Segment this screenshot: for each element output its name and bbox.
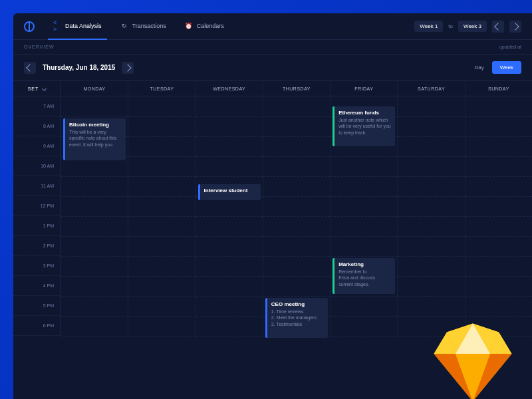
time-label: 7 AM — [13, 96, 61, 116]
view-toggle: Day Week — [466, 61, 521, 74]
day-column — [128, 96, 196, 336]
nav-items: < > Data Analysis ↻ Transactions ⏰ Calen… — [53, 22, 414, 31]
time-label: 9 AM — [13, 136, 61, 156]
event-title: CEO meeting — [271, 301, 324, 307]
date-nav: Thursday, Jun 18, 2015 — [24, 62, 134, 74]
time-label: 5 PM — [13, 296, 61, 316]
day-headers: MONDAYTUESDAYWEDNESDAYTHURSDAYFRIDAYSATU… — [61, 81, 532, 96]
day-column — [466, 96, 532, 336]
nav-label: Transactions — [132, 23, 166, 29]
view-week-button[interactable]: Week — [492, 61, 521, 74]
event-title: Ethereum funds — [338, 110, 391, 116]
nav-data-analysis[interactable]: < > Data Analysis — [53, 22, 102, 31]
nav-label: Calendars — [197, 23, 224, 29]
updated-label: updated at — [499, 45, 521, 49]
view-day-button[interactable]: Day — [466, 61, 491, 74]
event-title: Bitcoin meeting — [69, 122, 122, 128]
day-header: FRIDAY — [331, 81, 398, 96]
chevron-left-icon — [494, 23, 501, 30]
clock-icon: ⏰ — [185, 22, 193, 30]
logo — [24, 21, 35, 32]
time-label: 1 PM — [13, 216, 61, 236]
current-date: Thursday, Jun 18, 2015 — [43, 64, 115, 71]
day-header: WEDNESDAY — [196, 81, 263, 96]
time-label: 8 AM — [13, 116, 61, 136]
calendar-grid: 7 AM8 AM9 AM10 AM11 AM12 PM1 PM2 PM3 PM4… — [13, 96, 532, 336]
calendar-event[interactable]: Bitcoin meetingThis will be a very speci… — [63, 118, 126, 160]
time-label: 2 PM — [13, 236, 61, 256]
range-to[interactable]: Week 3 — [458, 21, 487, 32]
nav-calendars[interactable]: ⏰ Calendars — [185, 22, 224, 31]
range-prev-button[interactable] — [492, 21, 504, 33]
event-title: Interview student — [204, 188, 257, 194]
range-from[interactable]: Week 1 — [414, 21, 443, 32]
day-header: SUNDAY — [466, 81, 532, 96]
calendar-event[interactable]: MarketingRemember to Erica and discuss c… — [332, 258, 395, 294]
range-to-label: to — [448, 23, 453, 29]
days-grid: Bitcoin meetingThis will be a very speci… — [61, 96, 532, 336]
nav-transactions[interactable]: ↻ Transactions — [120, 22, 166, 31]
date-prev-button[interactable] — [24, 62, 36, 74]
date-next-button[interactable] — [122, 62, 134, 74]
time-label: 6 PM — [13, 316, 61, 336]
day-column: Ethereum fundsJust another note which wi… — [331, 96, 398, 336]
day-column: Bitcoin meetingThis will be a very speci… — [61, 96, 128, 336]
day-header: MONDAY — [61, 81, 128, 96]
set-label: SET — [28, 86, 39, 91]
datebar: Thursday, Jun 18, 2015 Day Week — [13, 55, 532, 80]
time-label: 3 PM — [13, 256, 61, 276]
event-note: 1. Time reviews 2. Meet the managers 3. … — [271, 309, 324, 327]
time-label: 10 AM — [13, 156, 61, 176]
day-column: CEO meeting1. Time reviews 2. Meet the m… — [263, 96, 331, 336]
sketch-icon — [430, 319, 516, 399]
event-title: Marketing — [338, 261, 391, 267]
code-icon: < > — [53, 22, 61, 30]
navbar: < > Data Analysis ↻ Transactions ⏰ Calen… — [13, 13, 532, 40]
time-label: 12 PM — [13, 196, 61, 216]
calendar-event[interactable]: Interview student — [198, 184, 261, 200]
day-header: SATURDAY — [398, 81, 465, 96]
event-note: Remember to Erica and discuss current st… — [338, 269, 391, 287]
subbar: OVERVIEW updated at — [13, 40, 532, 55]
week-range: Week 1 to Week 3 — [414, 21, 521, 33]
chevron-down-icon — [42, 86, 47, 90]
event-note: This will be a very specific note about … — [69, 129, 122, 148]
range-next-button[interactable] — [509, 21, 521, 33]
chevron-right-icon — [124, 64, 132, 71]
day-header: TUESDAY — [128, 81, 196, 96]
refresh-icon: ↻ — [120, 22, 128, 30]
nav-label: Data Analysis — [65, 23, 102, 29]
event-note: Just another note which will be very use… — [338, 117, 391, 136]
day-header: THURSDAY — [263, 81, 331, 96]
set-dropdown[interactable]: SET — [13, 81, 61, 96]
chevron-right-icon — [511, 23, 519, 30]
time-column: 7 AM8 AM9 AM10 AM11 AM12 PM1 PM2 PM3 PM4… — [13, 96, 61, 336]
calendar-header: SET MONDAYTUESDAYWEDNESDAYTHURSDAYFRIDAY… — [13, 80, 532, 96]
day-column — [398, 96, 465, 336]
overview-label: OVERVIEW — [24, 45, 55, 49]
calendar-event[interactable]: Ethereum fundsJust another note which wi… — [332, 106, 395, 146]
calendar-event[interactable]: CEO meeting1. Time reviews 2. Meet the m… — [265, 298, 328, 338]
chevron-left-icon — [26, 64, 33, 71]
time-label: 11 AM — [13, 176, 61, 196]
time-label: 4 PM — [13, 276, 61, 296]
day-column: Interview student — [196, 96, 263, 336]
